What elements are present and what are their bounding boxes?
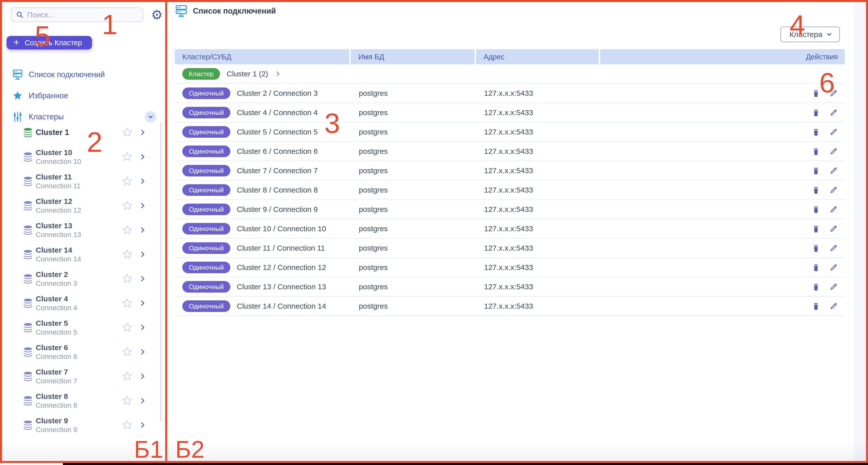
- chevron-right-icon[interactable]: [139, 202, 146, 209]
- cluster-list-item[interactable]: Cluster 12 Connection 12: [0, 193, 166, 218]
- favorite-star-icon[interactable]: [122, 249, 133, 260]
- search-box[interactable]: [11, 7, 143, 22]
- delete-button[interactable]: [812, 147, 820, 156]
- cluster-list-item[interactable]: Cluster 1: [0, 120, 166, 144]
- edit-button[interactable]: [829, 166, 838, 175]
- chevron-right-icon[interactable]: [139, 421, 146, 429]
- expand-chevron-icon[interactable]: [275, 71, 281, 77]
- delete-button[interactable]: [812, 205, 820, 214]
- table-row[interactable]: Одиночный Cluster 13 / Connection 13 pos…: [175, 277, 845, 297]
- single-badge: Одиночный: [182, 165, 230, 176]
- delete-button[interactable]: [812, 302, 820, 311]
- delete-button[interactable]: [812, 127, 820, 136]
- delete-button[interactable]: [812, 282, 820, 291]
- edit-button[interactable]: [829, 108, 838, 117]
- favorite-star-icon[interactable]: [122, 298, 133, 309]
- favorite-star-icon[interactable]: [122, 395, 133, 406]
- delete-button[interactable]: [812, 108, 820, 117]
- table-row[interactable]: Одиночный Cluster 5 / Connection 5 postg…: [175, 123, 845, 142]
- table-row[interactable]: Одиночный Cluster 8 / Connection 8 postg…: [175, 180, 845, 200]
- chevron-right-icon[interactable]: [139, 129, 146, 136]
- edit-button[interactable]: [829, 243, 838, 253]
- delete-button[interactable]: [812, 166, 820, 175]
- chevron-right-icon[interactable]: [139, 177, 146, 185]
- connection-name: Cluster 8 / Connection 8: [237, 186, 318, 194]
- table-row[interactable]: Одиночный Cluster 11 / Connection 11 pos…: [175, 238, 845, 258]
- chevron-right-icon[interactable]: [139, 275, 146, 283]
- delete-button[interactable]: [812, 186, 820, 195]
- favorite-star-icon[interactable]: [122, 322, 133, 333]
- delete-button[interactable]: [812, 224, 820, 233]
- edit-button[interactable]: [829, 205, 838, 214]
- cluster-list-item[interactable]: Cluster 13 Connection 13: [0, 218, 166, 242]
- favorite-star-icon[interactable]: [122, 346, 133, 358]
- cluster-list-item[interactable]: Cluster 9 Connection 9: [0, 413, 166, 437]
- chevron-right-icon[interactable]: [139, 372, 146, 380]
- table-row[interactable]: Одиночный Cluster 2 / Connection 3 postg…: [175, 84, 845, 103]
- favorite-star-icon[interactable]: [122, 225, 133, 235]
- edit-button[interactable]: [829, 224, 838, 233]
- favorite-star-icon[interactable]: [122, 371, 133, 382]
- delete-button[interactable]: [812, 263, 820, 272]
- chevron-right-icon[interactable]: [139, 153, 146, 161]
- sidebar-item-favorites[interactable]: Избранное: [0, 85, 166, 106]
- edit-button[interactable]: [829, 186, 838, 195]
- cell-address: 127.x.x.x:5433: [476, 302, 600, 310]
- sidebar-item-connections[interactable]: Список подключений: [0, 64, 166, 85]
- favorite-star-icon[interactable]: [122, 420, 133, 431]
- favorite-star-icon[interactable]: [122, 176, 133, 187]
- cluster-list-item[interactable]: Cluster 4 Connection 4: [0, 291, 166, 315]
- cluster-list-item[interactable]: Cluster 11 Connection 11: [0, 169, 166, 193]
- edit-button[interactable]: [829, 282, 838, 291]
- chevron-right-icon[interactable]: [139, 299, 146, 307]
- delete-button[interactable]: [812, 243, 820, 253]
- create-cluster-button[interactable]: + Создать Кластер: [6, 36, 92, 49]
- app-root: ⚙ + Создать Кластер Список подключений: [0, 0, 868, 465]
- edit-button[interactable]: [829, 89, 838, 98]
- table-row[interactable]: Одиночный Cluster 10 / Connection 10 pos…: [175, 219, 845, 238]
- table-row[interactable]: Одиночный Cluster 4 / Connection 4 postg…: [175, 103, 845, 123]
- settings-gear-icon[interactable]: ⚙: [150, 7, 164, 23]
- cluster-list-item[interactable]: Cluster 2 Connection 3: [0, 266, 166, 291]
- table-row[interactable]: Одиночный Cluster 6 / Connection 6 postg…: [175, 142, 845, 161]
- edit-button[interactable]: [829, 127, 838, 136]
- cluster-title: Cluster 11: [36, 172, 81, 181]
- cluster-title: Cluster 6: [36, 343, 77, 352]
- chevron-right-icon[interactable]: [139, 251, 146, 258]
- table-row[interactable]: Одиночный Cluster 9 / Connection 9 postg…: [175, 200, 845, 219]
- favorite-star-icon[interactable]: [122, 127, 133, 138]
- favorite-star-icon[interactable]: [122, 200, 133, 211]
- cluster-tree-scrollbar[interactable]: [160, 123, 161, 422]
- chevron-right-icon[interactable]: [139, 397, 146, 404]
- connection-name: Cluster 9 / Connection 9: [237, 205, 318, 214]
- table-row[interactable]: Одиночный Cluster 14 / Connection 14 pos…: [175, 297, 845, 316]
- cluster-list-item[interactable]: Cluster 10 Connection 10: [0, 144, 166, 169]
- cluster-subtitle: Connection 11: [36, 182, 81, 190]
- cluster-list-item[interactable]: Cluster 14 Connection 14: [0, 242, 166, 266]
- cluster-list-item[interactable]: Cluster 7 Connection 7: [0, 364, 166, 388]
- connection-name: Cluster 13 / Connection 13: [237, 283, 326, 291]
- table-row[interactable]: Одиночный Cluster 12 / Connection 12 pos…: [175, 258, 845, 277]
- cluster-list-item[interactable]: Cluster 6 Connection 6: [0, 340, 166, 364]
- single-badge: Одиночный: [182, 107, 230, 119]
- cluster-badge: Кластер: [182, 68, 220, 80]
- search-input[interactable]: [27, 10, 138, 19]
- cluster-group-row[interactable]: Кластер Cluster 1 (2): [175, 64, 845, 84]
- chevron-right-icon[interactable]: [139, 348, 146, 356]
- chevron-right-icon[interactable]: [139, 226, 146, 234]
- edit-button[interactable]: [829, 263, 838, 272]
- single-badge: Одиночный: [182, 300, 230, 312]
- favorite-star-icon[interactable]: [122, 273, 133, 284]
- cluster-list-item[interactable]: Cluster 5 Connection 5: [0, 315, 166, 340]
- single-badge: Одиночный: [182, 126, 230, 138]
- bottom-black-bar: [63, 463, 868, 465]
- filter-dropdown[interactable]: Кластера: [780, 27, 840, 42]
- favorite-star-icon[interactable]: [122, 151, 133, 162]
- chevron-right-icon[interactable]: [139, 324, 146, 331]
- table-row[interactable]: Одиночный Cluster 7 / Connection 7 postg…: [175, 161, 845, 180]
- main-header: Список подключений: [175, 4, 276, 18]
- delete-button[interactable]: [812, 89, 820, 98]
- edit-button[interactable]: [829, 302, 838, 311]
- edit-button[interactable]: [829, 147, 838, 156]
- cluster-list-item[interactable]: Cluster 8 Connection 8: [0, 388, 166, 413]
